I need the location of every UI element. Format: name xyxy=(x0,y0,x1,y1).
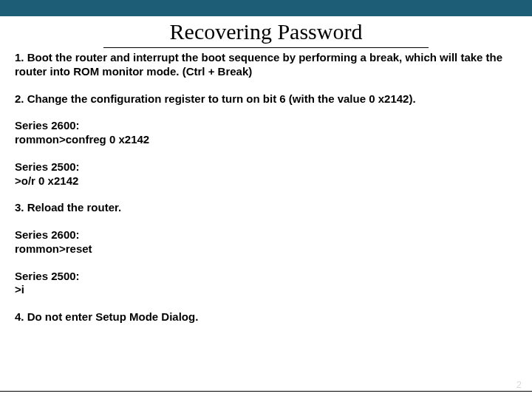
series-2600-confreg: Series 2600: rommon>confreg 0 x2142 xyxy=(15,119,517,147)
series-2600-label: Series 2600: xyxy=(15,119,80,132)
page-number: 2 xyxy=(516,379,522,390)
series-2500-label-2: Series 2500: xyxy=(15,270,80,282)
series-2500-i-cmd: >i xyxy=(15,283,24,296)
step-1-text: 1. Boot the router and interrupt the boo… xyxy=(15,51,502,78)
series-2600-reset-cmd: rommon>reset xyxy=(15,242,92,255)
series-2600-confreg-cmd: rommon>confreg 0 x2142 xyxy=(15,133,149,146)
bottom-divider xyxy=(0,391,532,392)
series-2500-or-cmd: >o/r 0 x2142 xyxy=(15,174,78,187)
slide: Recovering Password 1. Boot the router a… xyxy=(0,0,532,399)
step-4-text: 4. Do not enter Setup Mode Dialog. xyxy=(15,310,198,323)
top-bar xyxy=(0,0,532,16)
series-2500-or: Series 2500: >o/r 0 x2142 xyxy=(15,160,517,188)
series-2500-i: Series 2500: >i xyxy=(15,270,517,298)
series-2500-label: Series 2500: xyxy=(15,160,80,173)
step-3: 3. Reload the router. xyxy=(15,201,517,215)
step-4: 4. Do not enter Setup Mode Dialog. xyxy=(15,310,517,324)
step-1-key: (Ctrl + Break) xyxy=(183,65,253,78)
series-2600-label-2: Series 2600: xyxy=(15,228,80,241)
step-2-text: 2. Change the configuration register to … xyxy=(15,92,416,105)
slide-title: Recovering Password xyxy=(103,19,429,48)
step-2: 2. Change the configuration register to … xyxy=(15,92,517,106)
step-1: 1. Boot the router and interrupt the boo… xyxy=(15,51,517,79)
step-3-text: 3. Reload the router. xyxy=(15,201,121,214)
slide-content: 1. Boot the router and interrupt the boo… xyxy=(0,50,532,324)
series-2600-reset: Series 2600: rommon>reset xyxy=(15,228,517,256)
